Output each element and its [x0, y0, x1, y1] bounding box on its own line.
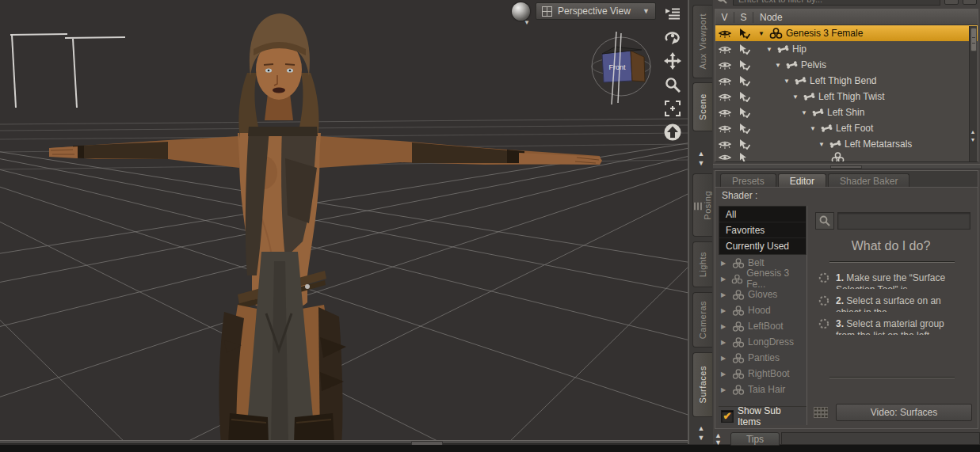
surface-item-longdress[interactable]: ▶ LongDress — [719, 334, 806, 350]
pane-splitter-handle[interactable] — [830, 165, 862, 169]
scrollbar-arrows[interactable]: ▲▼ — [969, 128, 977, 144]
tree-row-hip[interactable]: ▼ Hip — [715, 41, 978, 57]
tree-row-left-thigh-bend[interactable]: ▼ Left Thigh Bend — [715, 73, 978, 89]
selection-cursor-icon[interactable] — [739, 108, 750, 118]
selection-cursor-icon[interactable] — [739, 139, 750, 150]
surface-search-button[interactable] — [815, 212, 834, 230]
tree-row-pelvis[interactable]: ▼ Pelvis — [715, 57, 978, 73]
visibility-eye-icon[interactable] — [719, 140, 731, 149]
selection-cursor-icon[interactable] — [739, 60, 750, 70]
spinner-icon — [818, 318, 829, 329]
viewport-bottom-splitter[interactable] — [0, 440, 688, 444]
tree-row-genesis-3-female[interactable]: ▼ Genesis 3 Female — [715, 25, 978, 41]
home-view-icon[interactable] — [664, 123, 681, 141]
surface-search-input[interactable] — [837, 212, 970, 230]
tree-row-left-shin[interactable]: ▼ Left Shin — [715, 104, 978, 120]
surface-item-hood[interactable]: ▶ Hood — [719, 302, 806, 318]
filter-next-button[interactable] — [963, 0, 977, 5]
visibility-eye-icon[interactable] — [719, 61, 731, 70]
tab-posing[interactable]: Posing — [692, 173, 712, 237]
tabstrip-scroll-up[interactable]: ▲▼ — [694, 150, 708, 167]
zoom-magnifier-icon[interactable] — [664, 76, 681, 93]
node-label: Hip — [792, 44, 806, 55]
pane-menu-icon[interactable] — [664, 5, 681, 22]
node-label: Pelvis — [801, 59, 826, 70]
expander-icon[interactable]: ▼ — [792, 93, 800, 101]
filter-prev-button[interactable] — [944, 0, 959, 5]
tab-tips[interactable]: Tips — [730, 432, 780, 446]
filter-currently-used[interactable]: Currently Used — [719, 238, 806, 254]
selection-cursor-icon[interactable] — [739, 92, 750, 102]
column-node[interactable]: Node — [753, 12, 978, 23]
help-step-3: 3. Select a material group from the list… — [818, 318, 977, 335]
visibility-eye-icon[interactable] — [719, 29, 731, 38]
tab-cameras[interactable]: Cameras — [692, 292, 712, 348]
drawstyle-caret-icon[interactable]: ▼ — [524, 21, 530, 25]
visibility-eye-icon[interactable] — [719, 154, 731, 162]
bone-icon — [803, 93, 815, 101]
scene-tree-header: V S Node — [715, 9, 978, 25]
tab-surfaces[interactable]: Surfaces — [692, 352, 712, 417]
tabstrip-scroll-down[interactable]: ▲▼ — [694, 425, 708, 442]
tab-shader-baker[interactable]: Shader Baker — [828, 173, 909, 187]
visibility-eye-icon[interactable] — [719, 108, 731, 117]
visibility-eye-icon[interactable] — [719, 77, 731, 85]
pan-move-icon[interactable] — [664, 52, 681, 70]
scene-filter-input[interactable]: Enter text to filter by... — [733, 0, 940, 6]
tree-row-partial[interactable] — [715, 152, 978, 162]
expander-icon[interactable]: ▼ — [766, 46, 774, 53]
visibility-eye-icon[interactable] — [719, 45, 731, 54]
orbit-rotate-icon[interactable] — [664, 28, 681, 46]
surface-item-genesis-3-female[interactable]: ▶ Genesis 3 Fe... — [719, 271, 806, 287]
expander-icon[interactable]: ▼ — [758, 30, 766, 37]
visibility-eye-icon[interactable] — [719, 93, 731, 101]
tips-scroll-arrows[interactable]: ▲▼ — [715, 432, 722, 446]
selection-cursor-icon[interactable] — [739, 44, 750, 55]
show-sub-items-row[interactable]: ✔ Show Sub Items — [719, 406, 806, 425]
tab-lights[interactable]: Lights — [692, 241, 712, 287]
spinner-icon — [818, 295, 829, 306]
bone-icon — [829, 140, 841, 148]
filter-all[interactable]: All — [719, 207, 806, 222]
surface-item-gloves[interactable]: ▶ Gloves — [719, 287, 806, 302]
video-surfaces-button[interactable]: Video: Surfaces — [836, 404, 972, 421]
filter-favorites[interactable]: Favorites — [719, 222, 806, 238]
selection-cursor-icon[interactable] — [739, 28, 750, 39]
selection-cursor-icon[interactable] — [739, 153, 750, 163]
visibility-eye-icon[interactable] — [719, 124, 731, 133]
surface-item-taia-hair[interactable]: ▶ Taia Hair — [719, 382, 806, 397]
surface-node-icon — [732, 290, 745, 300]
tab-scene[interactable]: Scene — [692, 82, 712, 131]
column-visibility[interactable]: V — [715, 12, 734, 23]
tree-row-left-foot[interactable]: ▼ Left Foot — [715, 120, 978, 136]
filter-options-icon[interactable] — [716, 0, 729, 4]
tree-row-left-thigh-twist[interactable]: ▼ Left Thigh Twist — [715, 89, 978, 104]
tab-editor[interactable]: Editor — [778, 173, 826, 187]
viewport-3d[interactable]: Front ▼ Perspective View ▼ — [0, 0, 688, 444]
tab-aux-viewport[interactable]: Aux Viewport — [692, 5, 712, 78]
pane-splitter[interactable] — [713, 164, 980, 169]
selection-cursor-icon[interactable] — [739, 123, 750, 134]
expander-icon[interactable]: ▼ — [775, 62, 783, 69]
expander-icon[interactable]: ▼ — [810, 125, 818, 132]
expander-icon: ▶ — [721, 307, 729, 314]
expander-icon[interactable]: ▼ — [801, 109, 809, 116]
show-sub-items-checkbox[interactable]: ✔ — [721, 410, 734, 423]
wireframe-object — [10, 34, 125, 108]
drawstyle-sphere-icon[interactable] — [512, 2, 530, 21]
expander-icon: ▶ — [721, 291, 729, 298]
expander-icon[interactable]: ▼ — [784, 78, 791, 85]
view-selector-dropdown[interactable]: Perspective View ▼ — [536, 2, 656, 20]
tree-row-left-metatarsals[interactable]: ▼ Left Metatarsals — [715, 136, 978, 152]
selection-cursor-icon[interactable] — [739, 76, 750, 86]
expander-icon: ▶ — [721, 260, 729, 267]
help-step-1: 1. Make sure the “Surface Selection Tool… — [818, 272, 977, 289]
tab-presets[interactable]: Presets — [720, 173, 776, 187]
expander-icon[interactable]: ▼ — [818, 141, 826, 148]
surface-item-rightboot[interactable]: ▶ RightBoot — [719, 366, 806, 382]
scrollbar-thumb[interactable] — [970, 28, 977, 51]
column-selectability[interactable]: S — [734, 12, 753, 23]
surface-item-leftboot[interactable]: ▶ LeftBoot — [719, 318, 806, 334]
frame-view-icon[interactable] — [664, 100, 681, 117]
surface-item-panties[interactable]: ▶ Panties — [719, 350, 806, 366]
